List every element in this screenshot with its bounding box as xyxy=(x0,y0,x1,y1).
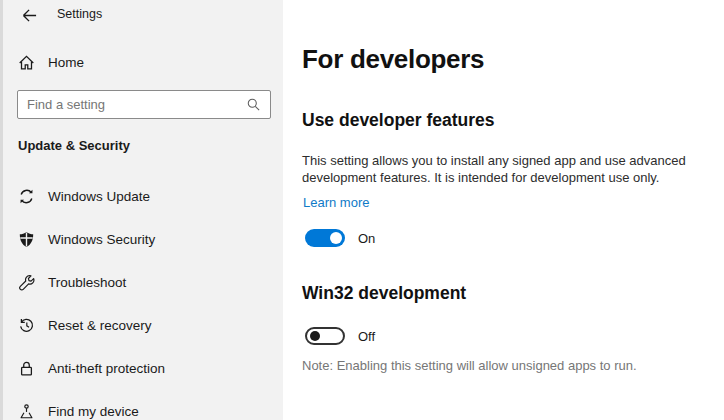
sidebar: Settings Home Update & Security xyxy=(0,0,283,420)
locate-icon xyxy=(18,403,35,420)
sidebar-item-windows-update[interactable]: Windows Update xyxy=(3,183,283,210)
developer-features-toggle[interactable] xyxy=(305,229,345,247)
sidebar-item-label: Home xyxy=(48,55,84,70)
history-icon xyxy=(18,317,35,334)
sidebar-item-label: Anti-theft protection xyxy=(48,361,165,376)
sidebar-item-label: Windows Security xyxy=(48,232,155,247)
developer-features-description: This setting allows you to install any s… xyxy=(302,152,694,186)
search-icon xyxy=(246,97,261,112)
sidebar-item-reset-recovery[interactable]: Reset & recovery xyxy=(3,312,283,339)
developer-features-toggle-row: On xyxy=(305,229,375,247)
sidebar-item-windows-security[interactable]: Windows Security xyxy=(3,226,283,253)
sidebar-item-label: Reset & recovery xyxy=(48,318,152,333)
section-heading-win32-development: Win32 development xyxy=(302,283,466,304)
sidebar-item-anti-theft[interactable]: Anti-theft protection xyxy=(3,355,283,382)
refresh-icon xyxy=(18,188,35,205)
sidebar-item-label: Windows Update xyxy=(48,189,150,204)
section-heading-use-developer-features: Use developer features xyxy=(302,110,495,131)
shield-icon xyxy=(18,231,35,248)
sidebar-nav: Windows Update Windows Security Troubles… xyxy=(3,183,283,420)
app-title: Settings xyxy=(57,7,102,21)
sidebar-group-header: Update & Security xyxy=(18,138,130,153)
page-title: For developers xyxy=(302,44,484,75)
sidebar-item-label: Find my device xyxy=(48,404,139,419)
back-button[interactable] xyxy=(17,4,41,26)
win32-note: Note: Enabling this setting will allow u… xyxy=(302,358,702,373)
win32-toggle[interactable] xyxy=(305,327,345,345)
search-box xyxy=(17,90,271,119)
search-input[interactable] xyxy=(18,91,246,118)
main-content: For developers Use developer features Th… xyxy=(302,0,724,420)
sidebar-item-home[interactable]: Home xyxy=(3,49,283,76)
back-arrow-icon xyxy=(21,7,38,24)
learn-more-link[interactable]: Learn more xyxy=(303,195,369,210)
toggle-state-label: On xyxy=(358,231,375,246)
settings-window: Settings Home Update & Security xyxy=(0,0,724,420)
sidebar-item-label: Troubleshoot xyxy=(48,275,126,290)
win32-toggle-row: Off xyxy=(305,327,375,345)
sidebar-item-troubleshoot[interactable]: Troubleshoot xyxy=(3,269,283,296)
toggle-state-label: Off xyxy=(358,329,375,344)
lock-icon xyxy=(18,360,35,377)
toggle-knob xyxy=(310,331,320,341)
toggle-knob xyxy=(330,232,342,244)
sidebar-item-find-my-device[interactable]: Find my device xyxy=(3,398,283,420)
wrench-icon xyxy=(18,274,35,291)
home-icon xyxy=(18,54,35,71)
